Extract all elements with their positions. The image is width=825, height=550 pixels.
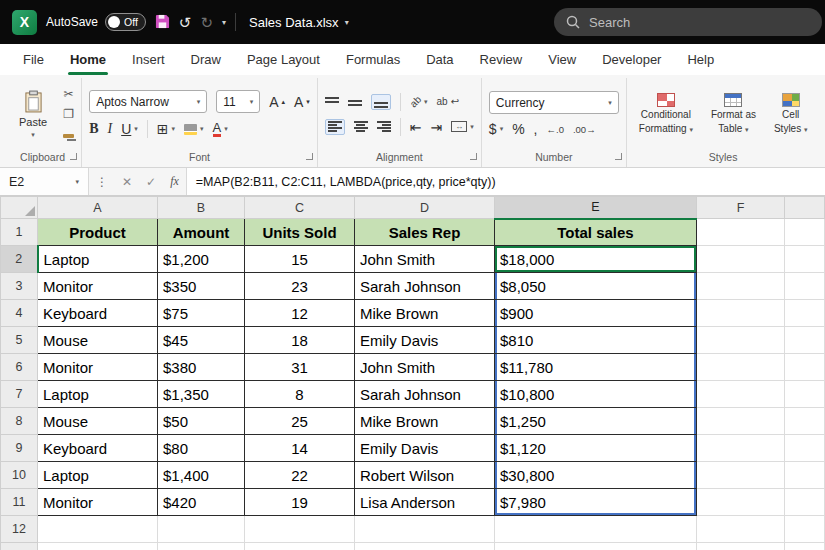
cell-A6[interactable]: Monitor: [38, 354, 158, 381]
cell-B6[interactable]: $380: [158, 354, 245, 381]
excel-logo-icon[interactable]: X: [12, 10, 37, 35]
cell-E10[interactable]: $30,800: [495, 462, 697, 489]
cell-E13[interactable]: [495, 543, 697, 550]
clipboard-dialog-launcher-icon[interactable]: [70, 153, 77, 160]
cell-E2[interactable]: $18,000: [495, 246, 697, 273]
cell-C2[interactable]: 15: [245, 246, 355, 273]
document-title[interactable]: Sales Data.xlsx ▾: [249, 15, 349, 30]
tab-page-layout[interactable]: Page Layout: [234, 44, 333, 75]
cell-F13[interactable]: [697, 543, 785, 550]
autosave-toggle[interactable]: Off: [105, 13, 146, 31]
select-all-corner[interactable]: [1, 197, 38, 219]
wrap-text-button[interactable]: ab↩: [437, 96, 460, 107]
top-align-button[interactable]: [325, 96, 339, 108]
cell-A4[interactable]: Keyboard: [38, 300, 158, 327]
font-name-select[interactable]: Aptos Narrow ▾: [89, 90, 207, 113]
row-header-10[interactable]: 10: [1, 462, 38, 489]
cell-A2[interactable]: Laptop: [38, 246, 158, 273]
cell-A1[interactable]: Product: [38, 219, 158, 246]
cell-overflow-4[interactable]: [785, 300, 825, 327]
cell-A10[interactable]: Laptop: [38, 462, 158, 489]
increase-font-size-button[interactable]: A▴: [269, 94, 285, 110]
cell-D8[interactable]: Mike Brown: [355, 408, 495, 435]
column-header-F[interactable]: F: [697, 197, 785, 219]
cell-F4[interactable]: [697, 300, 785, 327]
cell-D5[interactable]: Emily Davis: [355, 327, 495, 354]
cell-overflow-1[interactable]: [785, 219, 825, 246]
cell-D2[interactable]: John Smith: [355, 246, 495, 273]
cell-A8[interactable]: Mouse: [38, 408, 158, 435]
cell-E7[interactable]: $10,800: [495, 381, 697, 408]
cell-overflow-12[interactable]: [785, 516, 825, 543]
cell-B2[interactable]: $1,200: [158, 246, 245, 273]
row-header-13[interactable]: [1, 543, 38, 550]
formula-input[interactable]: =MAP(B2:B11, C2:C11, LAMBDA(price,qty, p…: [187, 168, 825, 195]
borders-button[interactable]: ⊞▾: [157, 121, 175, 137]
increase-decimal-button[interactable]: ←.0: [547, 124, 564, 135]
cut-button[interactable]: ✂: [64, 87, 74, 101]
cell-C5[interactable]: 18: [245, 327, 355, 354]
cell-A11[interactable]: Monitor: [38, 489, 158, 516]
tab-draw[interactable]: Draw: [178, 44, 234, 75]
cell-A12[interactable]: [38, 516, 158, 543]
cell-E6[interactable]: $11,780: [495, 354, 697, 381]
accounting-format-button[interactable]: $▾: [489, 121, 503, 137]
cell-C12[interactable]: [245, 516, 355, 543]
row-header-5[interactable]: 5: [1, 327, 38, 354]
comma-style-button[interactable]: ,: [534, 121, 538, 137]
italic-button[interactable]: I: [107, 121, 112, 137]
cell-A3[interactable]: Monitor: [38, 273, 158, 300]
more-options-icon[interactable]: ⋮: [89, 175, 115, 189]
cell-E8[interactable]: $1,250: [495, 408, 697, 435]
cell-F8[interactable]: [697, 408, 785, 435]
cell-F5[interactable]: [697, 327, 785, 354]
cell-B9[interactable]: $80: [158, 435, 245, 462]
cell-C8[interactable]: 25: [245, 408, 355, 435]
column-header-E[interactable]: E: [495, 197, 697, 219]
cell-F2[interactable]: [697, 246, 785, 273]
cell-overflow-10[interactable]: [785, 462, 825, 489]
row-header-1[interactable]: 1: [1, 219, 38, 246]
cell-D1[interactable]: Sales Rep: [355, 219, 495, 246]
cell-F7[interactable]: [697, 381, 785, 408]
row-header-2[interactable]: 2: [1, 246, 38, 273]
cell-F12[interactable]: [697, 516, 785, 543]
redo-button[interactable]: ↻: [200, 15, 213, 30]
cell-styles-button[interactable]: Cell Styles ▾: [769, 91, 813, 138]
decrease-indent-button[interactable]: ⇤: [410, 119, 422, 135]
font-color-button[interactable]: A▾: [213, 121, 228, 137]
number-format-select[interactable]: Currency ▾: [489, 91, 619, 114]
conditional-formatting-button[interactable]: Conditional Formatting ▾: [634, 91, 698, 138]
row-header-7[interactable]: 7: [1, 381, 38, 408]
cell-F11[interactable]: [697, 489, 785, 516]
row-header-4[interactable]: 4: [1, 300, 38, 327]
tab-file[interactable]: File: [10, 44, 57, 75]
cell-D3[interactable]: Sarah Johnson: [355, 273, 495, 300]
cell-D12[interactable]: [355, 516, 495, 543]
insert-function-button[interactable]: fx: [163, 174, 186, 189]
align-left-button[interactable]: [325, 119, 345, 135]
increase-indent-button[interactable]: ⇥: [431, 119, 443, 135]
percent-style-button[interactable]: %: [512, 121, 524, 137]
cell-B5[interactable]: $45: [158, 327, 245, 354]
decrease-decimal-button[interactable]: .00→: [573, 124, 596, 135]
decrease-font-size-button[interactable]: A▾: [294, 94, 310, 110]
undo-button[interactable]: ↺: [179, 15, 192, 30]
column-header-D[interactable]: D: [355, 197, 495, 219]
copy-button[interactable]: ❐: [63, 107, 74, 121]
cell-E9[interactable]: $1,120: [495, 435, 697, 462]
row-header-12[interactable]: 12: [1, 516, 38, 543]
cell-overflow-13[interactable]: [785, 543, 825, 550]
cell-D13[interactable]: [355, 543, 495, 550]
format-as-table-button[interactable]: Format as Table ▾: [706, 91, 761, 138]
orientation-button[interactable]: ab▾: [410, 96, 428, 107]
cell-overflow-5[interactable]: [785, 327, 825, 354]
cell-F6[interactable]: [697, 354, 785, 381]
merge-center-button[interactable]: ↔▾: [451, 121, 474, 132]
cell-E5[interactable]: $810: [495, 327, 697, 354]
cell-E4[interactable]: $900: [495, 300, 697, 327]
column-header-B[interactable]: B: [158, 197, 245, 219]
cell-B8[interactable]: $50: [158, 408, 245, 435]
cell-C3[interactable]: 23: [245, 273, 355, 300]
cell-E3[interactable]: $8,050: [495, 273, 697, 300]
